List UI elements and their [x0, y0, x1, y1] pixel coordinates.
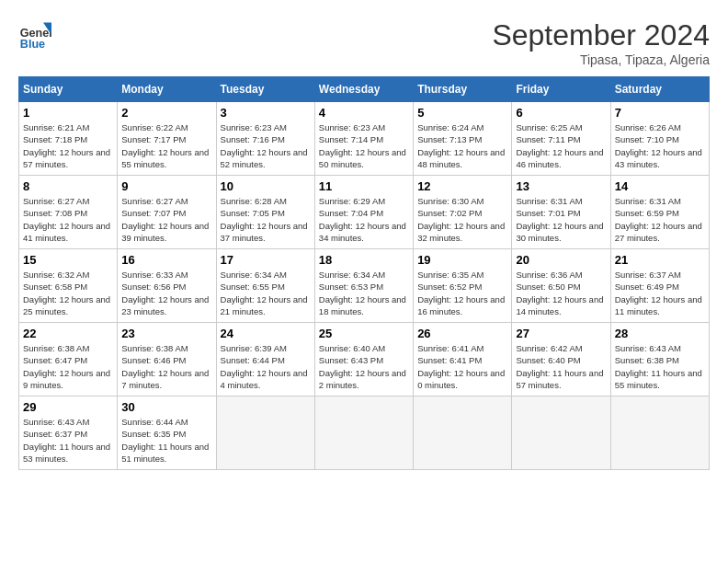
calendar-day: 4 Sunrise: 6:23 AMSunset: 7:14 PMDayligh… — [314, 102, 413, 176]
day-number: 19 — [417, 253, 507, 267]
day-info: Sunrise: 6:29 AMSunset: 7:04 PMDaylight:… — [319, 196, 406, 243]
day-number: 21 — [615, 253, 705, 267]
svg-text:Blue: Blue — [20, 38, 45, 51]
day-info: Sunrise: 6:27 AMSunset: 7:08 PMDaylight:… — [23, 196, 110, 243]
day-info: Sunrise: 6:39 AMSunset: 6:44 PMDaylight:… — [221, 343, 308, 390]
calendar-day: 13 Sunrise: 6:31 AMSunset: 7:01 PMDaylig… — [512, 176, 610, 249]
day-info: Sunrise: 6:40 AMSunset: 6:43 PMDaylight:… — [319, 343, 406, 390]
day-number: 29 — [23, 400, 113, 414]
calendar-day: 10 Sunrise: 6:28 AMSunset: 7:05 PMDaylig… — [216, 176, 314, 249]
day-number: 26 — [417, 327, 507, 340]
day-info: Sunrise: 6:23 AMSunset: 7:16 PMDaylight:… — [221, 122, 308, 169]
day-number: 24 — [221, 327, 311, 340]
day-number: 6 — [516, 106, 606, 120]
day-info: Sunrise: 6:22 AMSunset: 7:17 PMDaylight:… — [121, 122, 209, 169]
day-number: 30 — [121, 400, 211, 414]
day-number: 28 — [615, 327, 705, 340]
day-info: Sunrise: 6:24 AMSunset: 7:13 PMDaylight:… — [417, 122, 505, 169]
day-number: 17 — [221, 253, 311, 267]
day-info: Sunrise: 6:38 AMSunset: 6:46 PMDaylight:… — [121, 343, 209, 390]
day-number: 22 — [23, 327, 113, 340]
day-info: Sunrise: 6:28 AMSunset: 7:05 PMDaylight:… — [221, 196, 308, 243]
page-header: General Blue September 2024 Tipasa, Tipa… — [18, 18, 710, 67]
calendar-day: 18 Sunrise: 6:34 AMSunset: 6:53 PMDaylig… — [314, 249, 413, 323]
calendar-day: 29 Sunrise: 6:43 AMSunset: 6:37 PMDaylig… — [19, 396, 118, 470]
day-number: 11 — [319, 179, 409, 193]
calendar-day: 16 Sunrise: 6:33 AMSunset: 6:56 PMDaylig… — [118, 249, 216, 323]
calendar-day: 3 Sunrise: 6:23 AMSunset: 7:16 PMDayligh… — [216, 102, 314, 176]
day-number: 10 — [221, 179, 311, 193]
day-number: 16 — [121, 253, 211, 267]
day-info: Sunrise: 6:44 AMSunset: 6:35 PMDaylight:… — [121, 417, 209, 464]
empty-cell — [414, 396, 512, 470]
header-saturday: Saturday — [610, 77, 709, 102]
empty-cell — [610, 396, 709, 470]
day-number: 27 — [516, 327, 606, 340]
title-section: September 2024 Tipasa, Tipaza, Algeria — [492, 18, 710, 67]
location: Tipasa, Tipaza, Algeria — [492, 52, 710, 67]
day-number: 1 — [23, 106, 113, 120]
calendar-day: 23 Sunrise: 6:38 AMSunset: 6:46 PMDaylig… — [118, 323, 216, 396]
day-info: Sunrise: 6:43 AMSunset: 6:38 PMDaylight:… — [615, 343, 702, 390]
calendar-day: 12 Sunrise: 6:30 AMSunset: 7:02 PMDaylig… — [414, 176, 512, 249]
calendar-day: 30 Sunrise: 6:44 AMSunset: 6:35 PMDaylig… — [118, 396, 216, 470]
day-number: 5 — [417, 106, 507, 120]
day-info: Sunrise: 6:21 AMSunset: 7:18 PMDaylight:… — [23, 122, 110, 169]
empty-cell — [216, 396, 314, 470]
day-info: Sunrise: 6:34 AMSunset: 6:53 PMDaylight:… — [319, 270, 406, 316]
calendar-day: 8 Sunrise: 6:27 AMSunset: 7:08 PMDayligh… — [19, 176, 118, 249]
calendar-day: 19 Sunrise: 6:35 AMSunset: 6:52 PMDaylig… — [414, 249, 512, 323]
day-info: Sunrise: 6:42 AMSunset: 6:40 PMDaylight:… — [516, 343, 603, 390]
day-info: Sunrise: 6:37 AMSunset: 6:49 PMDaylight:… — [615, 270, 702, 316]
day-info: Sunrise: 6:32 AMSunset: 6:58 PMDaylight:… — [23, 270, 110, 316]
day-number: 4 — [319, 106, 409, 120]
calendar-day: 28 Sunrise: 6:43 AMSunset: 6:38 PMDaylig… — [610, 323, 709, 396]
calendar-day: 11 Sunrise: 6:29 AMSunset: 7:04 PMDaylig… — [314, 176, 413, 249]
header-friday: Friday — [512, 77, 610, 102]
calendar-day: 21 Sunrise: 6:37 AMSunset: 6:49 PMDaylig… — [610, 249, 709, 323]
calendar-table: Sunday Monday Tuesday Wednesday Thursday… — [18, 76, 710, 470]
logo-icon: General Blue — [18, 18, 51, 52]
day-info: Sunrise: 6:31 AMSunset: 7:01 PMDaylight:… — [516, 196, 603, 243]
calendar-day: 25 Sunrise: 6:40 AMSunset: 6:43 PMDaylig… — [314, 323, 413, 396]
calendar-day: 1 Sunrise: 6:21 AMSunset: 7:18 PMDayligh… — [19, 102, 118, 176]
day-number: 9 — [121, 179, 211, 193]
calendar-day: 26 Sunrise: 6:41 AMSunset: 6:41 PMDaylig… — [414, 323, 512, 396]
weekday-header-row: Sunday Monday Tuesday Wednesday Thursday… — [19, 77, 710, 102]
calendar-day: 22 Sunrise: 6:38 AMSunset: 6:47 PMDaylig… — [19, 323, 118, 396]
day-info: Sunrise: 6:31 AMSunset: 6:59 PMDaylight:… — [615, 196, 702, 243]
day-info: Sunrise: 6:25 AMSunset: 7:11 PMDaylight:… — [516, 122, 603, 169]
day-number: 23 — [121, 327, 211, 340]
day-info: Sunrise: 6:23 AMSunset: 7:14 PMDaylight:… — [319, 122, 406, 169]
header-thursday: Thursday — [414, 77, 512, 102]
day-number: 3 — [221, 106, 311, 120]
calendar-day: 2 Sunrise: 6:22 AMSunset: 7:17 PMDayligh… — [118, 102, 216, 176]
day-info: Sunrise: 6:34 AMSunset: 6:55 PMDaylight:… — [221, 270, 308, 316]
day-info: Sunrise: 6:27 AMSunset: 7:07 PMDaylight:… — [121, 196, 209, 243]
calendar-day: 7 Sunrise: 6:26 AMSunset: 7:10 PMDayligh… — [610, 102, 709, 176]
header-tuesday: Tuesday — [216, 77, 314, 102]
calendar-day: 15 Sunrise: 6:32 AMSunset: 6:58 PMDaylig… — [19, 249, 118, 323]
day-number: 15 — [23, 253, 113, 267]
logo: General Blue — [18, 18, 51, 52]
day-info: Sunrise: 6:26 AMSunset: 7:10 PMDaylight:… — [615, 122, 702, 169]
calendar-day: 20 Sunrise: 6:36 AMSunset: 6:50 PMDaylig… — [512, 249, 610, 323]
day-number: 18 — [319, 253, 409, 267]
empty-cell — [512, 396, 610, 470]
day-number: 20 — [516, 253, 606, 267]
header-monday: Monday — [118, 77, 216, 102]
day-number: 14 — [615, 179, 705, 193]
empty-cell — [314, 396, 413, 470]
calendar-day: 14 Sunrise: 6:31 AMSunset: 6:59 PMDaylig… — [610, 176, 709, 249]
day-number: 25 — [319, 327, 409, 340]
header-sunday: Sunday — [19, 77, 118, 102]
day-number: 7 — [615, 106, 705, 120]
day-info: Sunrise: 6:30 AMSunset: 7:02 PMDaylight:… — [417, 196, 505, 243]
day-info: Sunrise: 6:43 AMSunset: 6:37 PMDaylight:… — [23, 417, 110, 464]
day-info: Sunrise: 6:33 AMSunset: 6:56 PMDaylight:… — [121, 270, 209, 316]
day-info: Sunrise: 6:35 AMSunset: 6:52 PMDaylight:… — [417, 270, 505, 316]
day-info: Sunrise: 6:38 AMSunset: 6:47 PMDaylight:… — [23, 343, 110, 390]
calendar-day: 24 Sunrise: 6:39 AMSunset: 6:44 PMDaylig… — [216, 323, 314, 396]
calendar-day: 9 Sunrise: 6:27 AMSunset: 7:07 PMDayligh… — [118, 176, 216, 249]
header-wednesday: Wednesday — [314, 77, 413, 102]
